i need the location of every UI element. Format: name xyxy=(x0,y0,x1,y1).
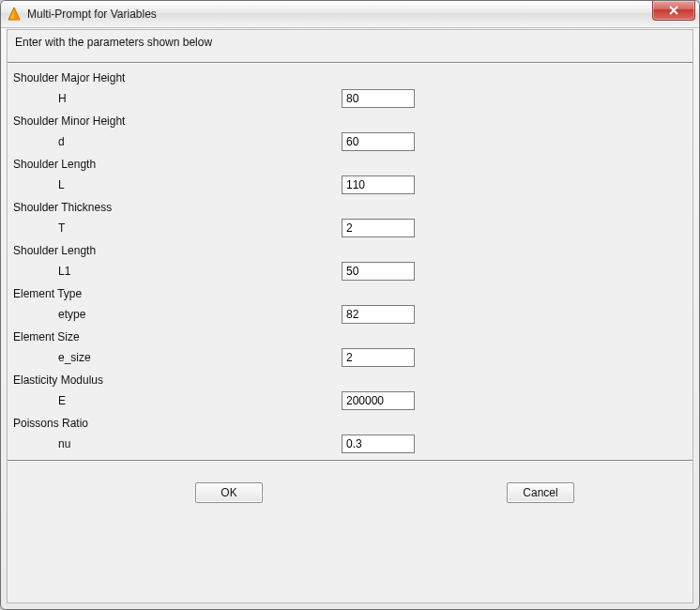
field-group: Shoulder Thickness T xyxy=(8,197,692,240)
field-group: Shoulder Length L xyxy=(8,154,692,197)
field-input-esize[interactable] xyxy=(342,348,415,367)
client-area: Enter with the parameters shown below Sh… xyxy=(7,29,693,603)
window-title: Multi-Prompt for Variables xyxy=(27,7,157,22)
field-input-T[interactable] xyxy=(342,219,415,237)
field-row: etype xyxy=(13,302,687,327)
ok-button[interactable]: OK xyxy=(195,482,263,503)
field-label: Shoulder Length xyxy=(13,244,687,259)
field-varname: d xyxy=(13,135,342,148)
field-varname: nu xyxy=(13,437,342,450)
field-varname: T xyxy=(13,221,342,235)
field-label: Element Type xyxy=(13,287,687,302)
app-icon xyxy=(7,7,22,22)
field-row: e_size xyxy=(13,345,687,370)
field-group: Elasticity Modulus E xyxy=(8,370,692,413)
field-input-nu[interactable] xyxy=(342,435,415,453)
button-bar: OK Cancel xyxy=(8,462,692,503)
field-group: Element Size e_size xyxy=(8,327,692,370)
field-input-etype[interactable] xyxy=(342,305,415,324)
field-input-L[interactable] xyxy=(342,175,415,194)
field-varname: H xyxy=(13,92,342,105)
form-area: Shoulder Major Height H Shoulder Minor H… xyxy=(8,64,692,460)
close-icon xyxy=(668,5,679,16)
field-group: Element Type etype xyxy=(8,283,692,327)
cancel-button[interactable]: Cancel xyxy=(507,482,574,503)
field-row: L xyxy=(13,173,687,197)
field-group: Shoulder Major Height H xyxy=(8,68,692,111)
field-varname: etype xyxy=(13,308,342,321)
field-input-E[interactable] xyxy=(342,391,415,410)
instructions-text: Enter with the parameters shown below xyxy=(8,30,692,62)
close-button[interactable] xyxy=(652,1,695,21)
field-label: Shoulder Thickness xyxy=(13,201,687,216)
field-group: Shoulder Length L1 xyxy=(8,240,692,283)
field-input-d[interactable] xyxy=(342,132,415,151)
field-row: L1 xyxy=(13,259,687,283)
field-varname: e_size xyxy=(13,351,342,364)
field-row: T xyxy=(13,216,687,240)
title-bar: Multi-Prompt for Variables xyxy=(1,1,699,28)
field-label: Shoulder Minor Height xyxy=(13,114,687,130)
field-row: nu xyxy=(13,432,687,456)
field-varname: L1 xyxy=(13,265,342,278)
field-row: H xyxy=(13,86,687,111)
field-input-H[interactable] xyxy=(342,89,415,108)
field-label: Element Size xyxy=(13,330,687,345)
field-label: Elasticity Modulus xyxy=(13,374,687,389)
field-label: Shoulder Length xyxy=(13,158,687,173)
field-row: E xyxy=(13,389,687,413)
dialog-window: Multi-Prompt for Variables Enter with th… xyxy=(0,0,700,610)
field-varname: L xyxy=(13,178,342,191)
field-varname: E xyxy=(13,394,342,407)
field-label: Shoulder Major Height xyxy=(13,71,687,86)
field-group: Poissons Ratio nu xyxy=(8,413,692,456)
field-group: Shoulder Minor Height d xyxy=(8,111,692,154)
field-label: Poissons Ratio xyxy=(13,417,687,432)
field-input-L1[interactable] xyxy=(342,262,415,281)
field-row: d xyxy=(13,130,687,154)
